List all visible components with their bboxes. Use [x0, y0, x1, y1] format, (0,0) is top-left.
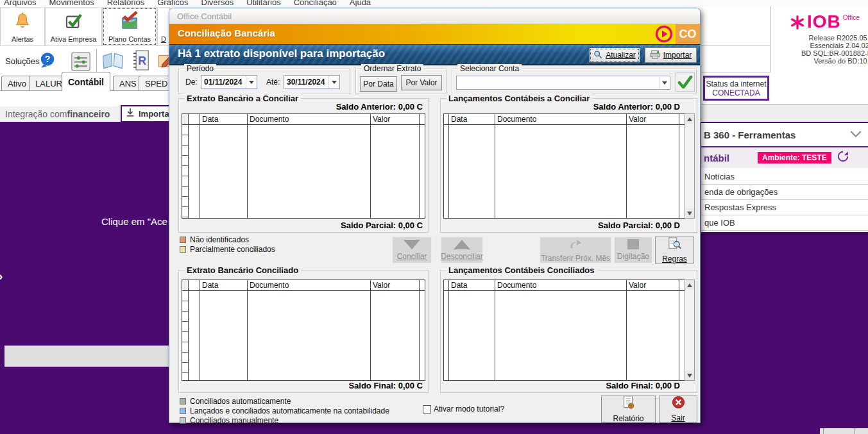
config-sliders-button[interactable]	[65, 49, 97, 74]
ordenar-label: Ordernar Extrato	[361, 64, 423, 73]
desconciliar-button[interactable]: Desconciliar	[441, 237, 483, 263]
chevron-down-icon[interactable]	[850, 129, 862, 140]
column-header-data[interactable]: Data	[449, 114, 495, 125]
date-to-combo[interactable]: 30/11/2024	[284, 75, 340, 89]
menu-item-utilitarios[interactable]: Utilitários	[246, 0, 280, 6]
column-header-data[interactable]: Data	[449, 280, 495, 291]
row-selector-column	[182, 114, 189, 218]
menu-item-conciliacao[interactable]: Conciliação	[294, 0, 337, 6]
ferramentas-item-label: Respostas Express	[704, 203, 776, 212]
dialog-titlebar[interactable]: Office Contábil	[169, 8, 700, 24]
menu-item-relatorios[interactable]: Relatórios	[107, 0, 145, 6]
column-header-documento[interactable]: Documento	[495, 114, 626, 125]
collapse-chevron[interactable]: ›	[0, 269, 3, 283]
saldo-final: Saldo Final: 0,00 D	[606, 381, 680, 390]
notebook-icon[interactable]	[101, 51, 124, 73]
rules-magnifier-icon	[667, 237, 683, 252]
menu-item-diversos[interactable]: Diversos	[201, 0, 234, 6]
workspace-hint-text: Clique em "Ace	[101, 216, 167, 227]
transferir-button[interactable]: Transferir Próx. Mês	[540, 237, 611, 263]
column-header-valor[interactable]: Valor	[627, 280, 679, 291]
legend-color-swatch	[180, 237, 186, 243]
conta-group: Selecionar Conta	[452, 69, 697, 94]
conta-value	[457, 76, 659, 89]
transferir-label: Transferir Próx. Mês	[541, 254, 610, 263]
saldo-final: Saldo Final: 0,00 C	[348, 381, 423, 390]
menu-item-arquivos[interactable]: Arquivos	[4, 0, 37, 6]
ferramentas-bottom-bar	[701, 232, 868, 235]
vertical-scrollbar[interactable]	[685, 280, 695, 381]
tutorial-checkbox[interactable]	[423, 405, 431, 413]
toolbar-cut-button[interactable]: D	[157, 7, 170, 46]
scroll-up-button[interactable]	[685, 114, 694, 124]
conta-confirm-button[interactable]	[676, 72, 695, 92]
ativa-empresa-label: Ativa Empresa	[51, 35, 97, 43]
tab-contabil[interactable]: Contábil	[62, 72, 110, 91]
por-valor-button[interactable]: Por Valor	[401, 75, 442, 90]
alertas-button[interactable]: Alertas	[0, 7, 45, 46]
dropdown-arrow-icon[interactable]	[246, 76, 257, 88]
report-icon	[622, 396, 636, 412]
menu-item-graficos[interactable]: Gráficos	[157, 0, 188, 6]
toolbar-cut-label: D	[161, 35, 166, 43]
ate-label: Até:	[266, 78, 280, 87]
scroll-down-button[interactable]	[685, 208, 694, 218]
ferramentas-item-respostas[interactable]: Respostas Express	[701, 200, 868, 215]
green-check-icon	[677, 76, 693, 88]
svg-text:R: R	[138, 54, 146, 67]
transfer-arrow-icon	[566, 238, 584, 251]
column-header-valor[interactable]: Valor	[627, 114, 679, 125]
play-button-icon[interactable]	[655, 25, 673, 46]
conciliar-button[interactable]: Conciliar	[392, 237, 432, 263]
plano-contas-button[interactable]: Plano Contas	[102, 7, 157, 46]
importar-button[interactable]: Importar	[645, 47, 697, 63]
regras-button[interactable]: Regras	[655, 237, 694, 263]
legend-label: Lançados e conciliados automaticamente n…	[190, 406, 389, 415]
column-header-documento[interactable]: Documento	[495, 280, 626, 291]
menu-item-ajuda[interactable]: Ajuda	[350, 0, 371, 6]
relatorio-button[interactable]: Relatório	[601, 396, 656, 422]
help-bubble-icon[interactable]: ?	[38, 51, 56, 72]
extrato-conciliado-panel: Extrato Bancário Conciliado Data Documen…	[178, 270, 429, 393]
lancamentos-conciliados-table[interactable]: Data Documento Valor	[443, 280, 685, 381]
vertical-scrollbar[interactable]	[685, 113, 695, 219]
workspace-gray-bar[interactable]	[4, 346, 170, 367]
solucoes-label: Soluções	[5, 56, 39, 66]
scroll-up-button[interactable]	[685, 280, 694, 290]
internet-status-box: Status da internet CONECTADA	[703, 76, 769, 101]
iob-asterisk-icon	[790, 15, 804, 32]
conta-label: Selecionar Conta	[457, 64, 522, 73]
conciliar-label: Conciliar	[397, 252, 427, 261]
dialog-title: Conciliação Bancária	[178, 28, 275, 38]
digitacao-label: Digitação	[617, 252, 649, 261]
sair-button[interactable]: Sair	[659, 396, 697, 422]
digitacao-button[interactable]: Digitação	[614, 237, 652, 263]
menu-item-movimentos[interactable]: Movimentos	[49, 0, 94, 6]
lancamentos-a-conciliar-table[interactable]: Data Documento Valor	[443, 113, 685, 219]
extrato-a-conciliar-table[interactable]: Data Documento Valor	[182, 113, 425, 219]
atualizar-button[interactable]: Atualizar	[589, 47, 640, 63]
r-notebook-icon[interactable]: R	[131, 49, 150, 74]
ativa-empresa-button[interactable]: Ativa Empresa	[45, 7, 102, 46]
ferramentas-item-noticias[interactable]: Notícias	[701, 169, 868, 185]
conta-combo[interactable]	[456, 76, 670, 90]
svg-text:?: ?	[45, 54, 51, 64]
ferramentas-item-iob[interactable]: que IOB	[701, 215, 868, 231]
column-header-valor[interactable]: Valor	[371, 114, 419, 125]
date-from-combo[interactable]: 01/11/2024	[201, 75, 257, 89]
dropdown-arrow-icon[interactable]	[328, 76, 339, 88]
bd-versao-line: Versão do BD:10.10	[768, 57, 868, 65]
extrato-conciliado-table[interactable]: Data Documento Valor	[182, 280, 425, 381]
column-header-documento[interactable]: Documento	[248, 280, 370, 291]
column-header-data[interactable]: Data	[200, 114, 247, 125]
scroll-down-button[interactable]	[685, 371, 694, 380]
refresh-icon[interactable]	[837, 150, 849, 165]
dropdown-arrow-icon[interactable]	[659, 76, 670, 89]
tab-ativo[interactable]: Ativo	[1, 76, 33, 90]
ferramentas-section-title: ntábil	[704, 153, 729, 163]
ferramentas-item-agenda[interactable]: enda de obrigações	[701, 185, 868, 200]
column-header-data[interactable]: Data	[200, 280, 247, 291]
por-data-button[interactable]: Por Data	[360, 76, 397, 92]
column-header-valor[interactable]: Valor	[371, 280, 419, 291]
column-header-documento[interactable]: Documento	[248, 114, 370, 125]
